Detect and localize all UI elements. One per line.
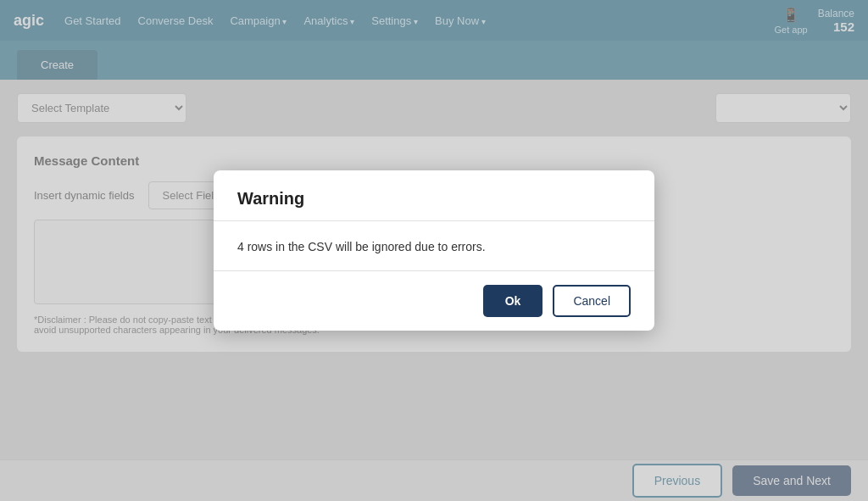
modal-title: Warning [237,189,631,209]
modal-body: 4 rows in the CSV will be ignored due to… [214,221,654,271]
modal-overlay: Warning 4 rows in the CSV will be ignore… [0,0,868,501]
modal-message: 4 rows in the CSV will be ignored due to… [237,240,631,253]
warning-modal: Warning 4 rows in the CSV will be ignore… [214,170,654,331]
modal-footer: Ok Cancel [214,271,654,331]
modal-cancel-button[interactable]: Cancel [553,285,631,317]
modal-ok-button[interactable]: Ok [483,285,543,317]
modal-header: Warning [214,170,654,221]
